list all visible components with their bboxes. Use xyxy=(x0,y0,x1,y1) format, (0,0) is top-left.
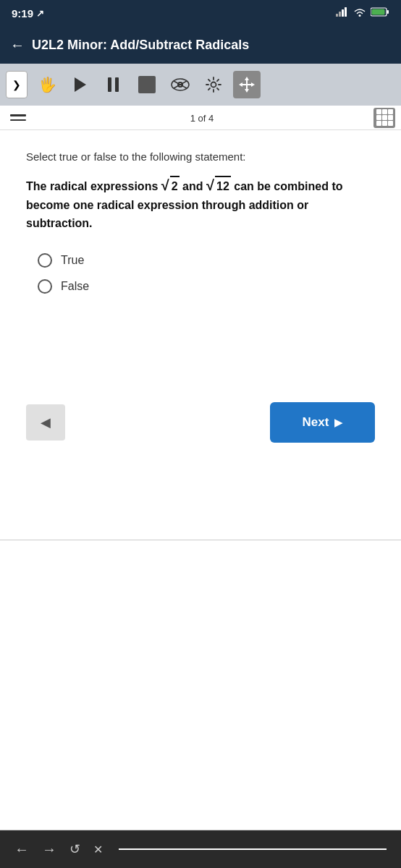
page-title: U2L2 Minor: Add/Subtract Radicals xyxy=(32,38,249,53)
prev-slide-button[interactable]: ❯ xyxy=(6,71,28,98)
stop-icon xyxy=(138,76,156,93)
back-button[interactable]: ← xyxy=(10,37,25,54)
eye-icon xyxy=(171,78,190,91)
svg-marker-16 xyxy=(245,89,249,93)
grid-icon xyxy=(376,109,393,126)
pause-button[interactable] xyxy=(100,71,127,98)
svg-rect-2 xyxy=(342,9,344,17)
svg-rect-7 xyxy=(372,9,385,15)
svg-marker-15 xyxy=(245,77,249,80)
time-display: 9:19 xyxy=(12,7,33,20)
option-true-label: True xyxy=(61,254,84,267)
and-text: and xyxy=(182,180,206,192)
stop-button[interactable] xyxy=(133,71,161,98)
toolbar-row2: 1 of 4 xyxy=(0,106,401,130)
answer-options: True False xyxy=(38,253,375,294)
radical-sign-2: √ xyxy=(206,178,214,192)
svg-rect-6 xyxy=(387,10,389,14)
status-icons xyxy=(336,7,389,20)
question-text: The radical expressions √2 and √12 can b… xyxy=(26,176,375,233)
menu-button[interactable] xyxy=(6,111,30,124)
battery-icon xyxy=(371,7,389,19)
svg-rect-10 xyxy=(115,77,119,92)
instruction-text: Select true or false to the following st… xyxy=(26,150,375,163)
media-toolbar: ❯ 🖐 xyxy=(0,64,401,106)
grid-view-button[interactable] xyxy=(373,108,395,128)
review-button[interactable] xyxy=(166,71,194,98)
next-label: Next xyxy=(303,415,329,430)
empty-space xyxy=(0,540,401,830)
browser-back-button[interactable]: ← xyxy=(14,841,29,858)
play-icon xyxy=(73,77,88,93)
status-time: 9:19 ↗ xyxy=(12,7,44,20)
svg-marker-18 xyxy=(251,82,255,87)
location-icon: ↗ xyxy=(36,8,44,19)
play-button[interactable] xyxy=(67,71,94,98)
chevron-left-icon: ❯ xyxy=(12,79,21,90)
svg-point-4 xyxy=(359,14,361,17)
previous-button[interactable]: ◀ xyxy=(26,404,65,441)
radical-number-1: 2 xyxy=(170,176,180,196)
radical-1: √2 xyxy=(161,176,180,196)
move-icon xyxy=(237,75,256,94)
main-content: Select true or false to the following st… xyxy=(0,130,401,388)
page-counter: 1 of 4 xyxy=(30,111,373,124)
radical-number-2: 12 xyxy=(215,176,231,196)
signal-icon xyxy=(336,7,349,19)
svg-marker-8 xyxy=(75,77,86,92)
menu-line xyxy=(10,119,26,122)
address-bar-line xyxy=(119,848,387,850)
browser-close-button[interactable]: ✕ xyxy=(93,843,103,856)
svg-rect-3 xyxy=(345,7,347,17)
app-header: ← U2L2 Minor: Add/Subtract Radicals xyxy=(0,26,401,64)
radio-false[interactable] xyxy=(38,279,52,294)
radical-sign-1: √ xyxy=(161,178,169,192)
svg-point-14 xyxy=(211,82,216,88)
next-play-icon: ▶ xyxy=(334,417,342,428)
status-bar: 9:19 ↗ xyxy=(0,0,401,26)
bottom-navigation-bar: ← → ↺ ✕ xyxy=(0,830,401,868)
svg-rect-0 xyxy=(336,14,338,17)
pause-icon xyxy=(107,77,120,93)
settings-button[interactable] xyxy=(200,71,227,98)
gear-icon xyxy=(205,76,222,93)
radical-2: √12 xyxy=(206,176,231,196)
option-true[interactable]: True xyxy=(38,253,375,268)
question-prefix: The radical expressions xyxy=(26,180,158,192)
menu-line xyxy=(10,114,26,116)
hand-tool-button[interactable]: 🖐 xyxy=(33,71,61,98)
option-false-label: False xyxy=(61,280,89,293)
option-false[interactable]: False xyxy=(38,279,375,294)
hand-icon: 🖐 xyxy=(38,76,56,93)
page-info-text: 1 of 4 xyxy=(190,113,214,124)
browser-refresh-button[interactable]: ↺ xyxy=(69,841,80,857)
svg-rect-9 xyxy=(108,77,111,92)
radio-true[interactable] xyxy=(38,253,52,268)
svg-rect-1 xyxy=(339,12,341,17)
next-button[interactable]: Next ▶ xyxy=(270,402,375,443)
svg-marker-17 xyxy=(239,82,242,87)
prev-icon: ◀ xyxy=(41,414,51,430)
navigation-buttons: ◀ Next ▶ xyxy=(0,388,401,460)
move-button[interactable] xyxy=(233,71,261,98)
browser-forward-button[interactable]: → xyxy=(42,841,56,858)
wifi-icon xyxy=(353,7,366,20)
